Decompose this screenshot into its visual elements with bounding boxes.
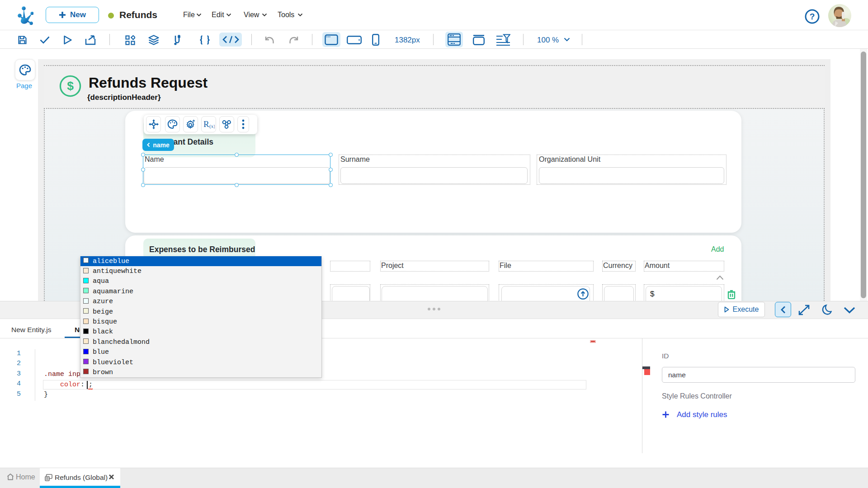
svg-text:(x): (x) <box>209 123 215 129</box>
svg-text:$: $ <box>67 79 74 93</box>
svg-text:R: R <box>203 119 209 129</box>
svg-text:?: ? <box>810 12 815 21</box>
